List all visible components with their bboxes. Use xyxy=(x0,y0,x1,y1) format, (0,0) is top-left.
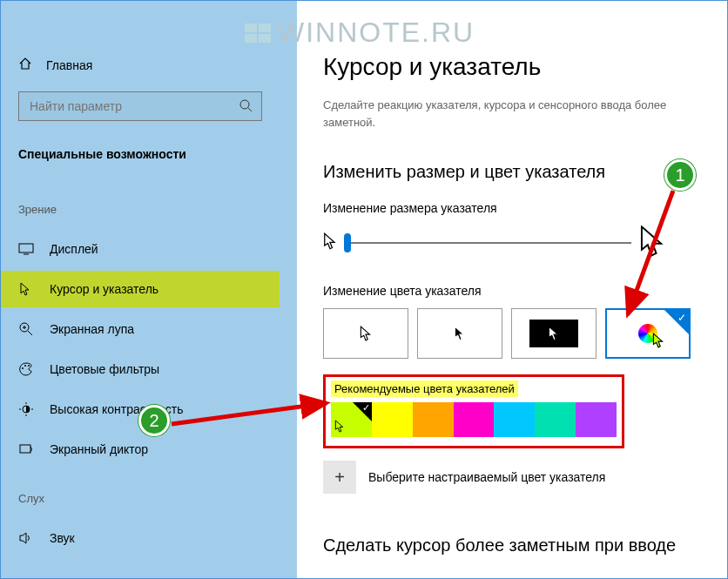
palette-icon xyxy=(18,361,34,377)
sidebar-item-label: Звук xyxy=(50,531,75,545)
magnifier-icon xyxy=(18,321,34,337)
custom-color-row: + Выберите настраиваемый цвет указателя xyxy=(323,461,706,494)
sidebar-item-narrator[interactable]: Экранный диктор xyxy=(1,431,280,468)
color-swatch[interactable] xyxy=(494,402,535,437)
section-caret: Сделать курсор более заметным при вводе xyxy=(323,535,706,555)
add-custom-color-label: Выберите настраиваемый цвет указателя xyxy=(368,470,605,484)
svg-point-11 xyxy=(24,365,26,367)
section-vision: Зрение xyxy=(18,203,57,216)
add-custom-color-button[interactable]: + xyxy=(323,461,356,494)
page-description: Сделайте реакцию указателя, курсора и се… xyxy=(323,97,706,131)
recommended-colors-swatches: ✓ xyxy=(331,402,617,437)
label-pointer-color: Изменение цвета указателя xyxy=(323,284,706,298)
sidebar-item-label: Дисплей xyxy=(50,242,98,256)
sidebar-item-cursor[interactable]: Курсор и указатель xyxy=(1,271,280,307)
pointer-size-slider-row xyxy=(323,226,706,259)
color-swatch[interactable] xyxy=(372,402,413,437)
swatch-cursor-icon xyxy=(334,420,345,435)
contrast-icon xyxy=(18,401,34,417)
svg-line-7 xyxy=(28,331,32,335)
color-option-black[interactable] xyxy=(417,308,502,359)
slider-thumb[interactable] xyxy=(344,233,351,252)
annotation-badge-1: 1 xyxy=(664,159,696,191)
content-pane: Курсор и указатель Сделайте реакцию указ… xyxy=(297,1,728,579)
recommended-colors-box: Рекомендуемые цвета указателей ✓ xyxy=(323,374,624,448)
color-swatch[interactable] xyxy=(576,402,617,437)
sidebar-item-label: Экранный диктор xyxy=(50,442,148,456)
annotation-badge-2: 2 xyxy=(138,405,170,436)
color-option-white[interactable] xyxy=(323,308,408,359)
color-option-custom[interactable]: ✓ xyxy=(605,308,691,359)
section-hearing: Слух xyxy=(18,492,44,505)
check-icon: ✓ xyxy=(362,402,370,414)
display-icon xyxy=(18,241,34,257)
sidebar-item-display[interactable]: Дисплей xyxy=(1,231,280,267)
pointer-size-slider[interactable] xyxy=(344,242,631,244)
recommended-colors-title: Рекомендуемые цвета указателей xyxy=(331,380,518,397)
color-option-inverted[interactable] xyxy=(511,308,597,359)
svg-line-3 xyxy=(248,108,252,111)
sidebar-item-label: Цветовые фильтры xyxy=(50,362,159,376)
category-heading: Специальные возможности xyxy=(18,147,186,161)
svg-point-2 xyxy=(240,100,249,109)
large-cursor-icon xyxy=(638,226,664,259)
color-swatch[interactable] xyxy=(413,402,454,437)
svg-point-12 xyxy=(28,365,30,367)
home-icon xyxy=(18,57,32,73)
color-swatch[interactable]: ✓ xyxy=(331,402,372,437)
page-title: Курсор и указатель xyxy=(323,53,706,81)
check-icon: ✓ xyxy=(677,312,686,324)
sidebar-item-label: Экранная лупа xyxy=(50,322,134,336)
label-pointer-size: Изменение размера указателя xyxy=(323,201,706,215)
search-input[interactable] xyxy=(28,98,228,114)
search-box[interactable] xyxy=(18,91,262,121)
sidebar-item-color-filters[interactable]: Цветовые фильтры xyxy=(1,351,280,387)
sidebar-item-sound[interactable]: Звук xyxy=(1,520,280,556)
home-link[interactable]: Главная xyxy=(18,57,92,73)
small-cursor-icon xyxy=(323,232,337,252)
sidebar-item-label: Курсор и указатель xyxy=(50,282,158,296)
section-size-color: Изменить размер и цвет указателя xyxy=(323,162,706,182)
narrator-icon xyxy=(18,441,34,457)
sidebar-item-magnifier[interactable]: Экранная лупа xyxy=(1,311,280,347)
color-swatch[interactable] xyxy=(535,402,576,437)
svg-rect-18 xyxy=(20,445,30,453)
plus-icon: + xyxy=(334,468,345,488)
home-label: Главная xyxy=(46,58,92,72)
svg-point-10 xyxy=(22,367,24,369)
sound-icon xyxy=(18,530,34,546)
cursor-icon xyxy=(18,281,34,297)
svg-rect-4 xyxy=(19,244,33,252)
search-icon xyxy=(239,98,253,115)
color-swatch[interactable] xyxy=(454,402,495,437)
sidebar: Главная Специальные возможности Зрение Д… xyxy=(1,1,297,579)
pointer-color-options: ✓ xyxy=(323,308,706,359)
